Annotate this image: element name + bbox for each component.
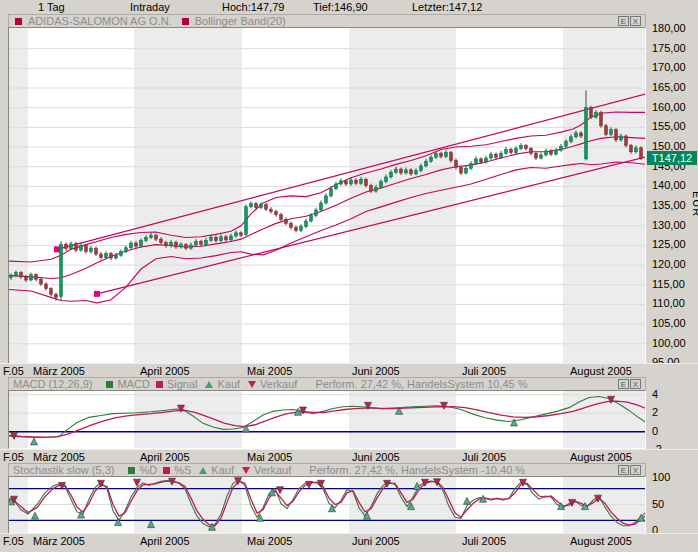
- month-label: März 2005: [33, 451, 85, 463]
- month-label: F.05: [3, 451, 24, 463]
- month-label: F.05: [3, 365, 24, 377]
- axis-tick-label: 2: [652, 406, 658, 418]
- macd-chart[interactable]: [8, 390, 646, 449]
- kauf-label: Kauf: [217, 378, 240, 390]
- month-label: März 2005: [33, 365, 85, 377]
- month-label: April 2005: [140, 451, 190, 463]
- instrument-title: ADIDAS-SALOMON AG O.N.: [28, 15, 172, 27]
- macd-canvas: [9, 391, 645, 448]
- axis-tick-label: 4: [652, 388, 658, 400]
- month-label: Juni 2005: [352, 535, 400, 547]
- last-price-badge: T147,12: [647, 151, 697, 165]
- charting-app-window: 1 Tag Intraday Hoch:147,79 Tief:146,90 L…: [0, 0, 698, 552]
- month-label: März 2005: [33, 535, 85, 547]
- bollinger-legend-square-icon: [182, 18, 189, 25]
- stoch-performance: Perform. 27,42 %, HandelsSystem -10,40 %: [309, 464, 525, 476]
- stoch-canvas: [9, 477, 645, 534]
- month-label: Mai 2005: [247, 451, 292, 463]
- month-label: August 2005: [570, 535, 632, 547]
- verkauf-triangle-icon: [248, 381, 256, 388]
- close-chart-button[interactable]: X: [630, 16, 641, 26]
- month-label: August 2005: [570, 365, 632, 377]
- axis-tick-label: 160,00: [652, 101, 686, 113]
- kauf-triangle-icon: [205, 381, 213, 388]
- series-legend-square-icon: [15, 18, 22, 25]
- pcts-label: %S: [174, 464, 191, 476]
- month-axis-row-1: F.05März 2005April 2005Mai 2005Juni 2005…: [0, 363, 698, 378]
- pcts-legend-square-icon: [163, 467, 170, 474]
- axis-tick-label: 50: [652, 498, 664, 510]
- axis-tick-label: 105,00: [652, 317, 686, 329]
- axis-tick-label: 170,00: [652, 61, 686, 73]
- stoch-kauf-label: Kauf: [211, 464, 234, 476]
- macd-title: MACD (12,26,9): [13, 378, 92, 390]
- axis-tick-label: 110,00: [652, 297, 685, 309]
- period-selector[interactable]: 1 Tag: [38, 1, 65, 13]
- axis-tick-label: 100: [652, 471, 670, 483]
- axis-tick-label: 175,00: [652, 42, 686, 54]
- axis-tick-label: 0: [652, 425, 658, 437]
- kauf-triangle-icon: [199, 467, 207, 474]
- axis-tick-label: 180,00: [652, 22, 686, 34]
- axis-tick-label: 100,00: [652, 337, 686, 349]
- charttype-selector[interactable]: Intraday: [130, 1, 170, 13]
- macd-line-legend-square-icon: [106, 381, 113, 388]
- month-label: Juni 2005: [352, 365, 400, 377]
- month-label: Mai 2005: [247, 365, 292, 377]
- axis-tick-label: 165,00: [652, 81, 686, 93]
- axis-tick-label: 140,00: [652, 179, 686, 191]
- edit-chart-button[interactable]: E: [618, 16, 629, 26]
- hoch-value: Hoch:147,79: [222, 1, 284, 13]
- month-label: April 2005: [140, 535, 190, 547]
- month-axis-row-2: F.05März 2005April 2005Mai 2005Juni 2005…: [0, 449, 698, 464]
- pctd-label: %D: [139, 464, 157, 476]
- month-label: Mai 2005: [247, 535, 292, 547]
- bollinger-label: Bollinger Band(20): [195, 15, 286, 27]
- top-info-bar: 1 Tag Intraday Hoch:147,79 Tief:146,90 L…: [0, 0, 698, 14]
- macd-line-label: MACD: [117, 378, 149, 390]
- stoch-chart[interactable]: [8, 476, 646, 535]
- main-price-chart[interactable]: [8, 27, 646, 365]
- letzter-value: Letzter:147,12: [412, 1, 482, 13]
- month-label: Juli 2005: [462, 365, 506, 377]
- close-stoch-button[interactable]: X: [630, 465, 641, 475]
- axis-tick-label: 130,00: [652, 219, 686, 231]
- month-label: April 2005: [140, 365, 190, 377]
- main-chart-header: ADIDAS-SALOMON AG O.N. Bollinger Band(20…: [8, 14, 646, 27]
- month-label: F.05: [3, 535, 24, 547]
- axis-tick-label: 135,00: [652, 199, 686, 211]
- axis-tick-label: 125,00: [652, 238, 686, 250]
- month-label: Juli 2005: [462, 451, 506, 463]
- axis-tick-label: 155,00: [652, 120, 686, 132]
- pctd-legend-square-icon: [128, 467, 135, 474]
- stoch-verkauf-label: Verkauf: [254, 464, 291, 476]
- stoch-header: Stochastik slow (5,3) %D %S Kauf Verkauf…: [8, 463, 646, 476]
- axis-unit-label: EUR: [691, 191, 698, 217]
- stoch-title: Stochastik slow (5,3): [13, 464, 114, 476]
- month-label: Juni 2005: [352, 451, 400, 463]
- verkauf-label: Verkauf: [260, 378, 297, 390]
- edit-stoch-button[interactable]: E: [618, 465, 629, 475]
- month-axis-row-3: F.05März 2005April 2005Mai 2005Juni 2005…: [0, 533, 698, 548]
- verkauf-triangle-icon: [242, 467, 250, 474]
- macd-header: MACD (12,26,9) MACD Signal Kauf Verkauf …: [8, 377, 646, 390]
- signal-line-legend-square-icon: [156, 381, 163, 388]
- signal-line-label: Signal: [167, 378, 198, 390]
- axis-tick-label: 120,00: [652, 258, 686, 270]
- month-label: Juli 2005: [462, 535, 506, 547]
- close-macd-button[interactable]: X: [630, 379, 641, 389]
- axis-tick-label: 115,00: [652, 278, 685, 290]
- month-label: August 2005: [570, 451, 632, 463]
- candlestick-canvas: [9, 28, 645, 364]
- tief-value: Tief:146,90: [313, 1, 368, 13]
- macd-performance: Perform. 27,42 %, HandelsSystem 10,45 %: [315, 378, 527, 390]
- edit-macd-button[interactable]: E: [618, 379, 629, 389]
